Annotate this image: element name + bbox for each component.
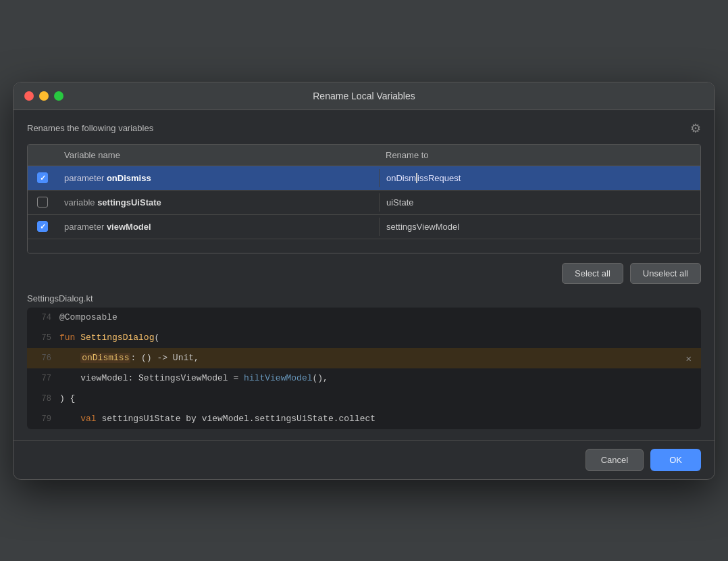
var-name-cell-1: parameter onDismiss [57,169,379,187]
var-type-2: variable [64,197,97,208]
rename-value-2: uiState [386,197,413,208]
var-name-2: settingsUiState [97,197,161,208]
checkbox-1[interactable] [37,172,48,183]
code-content-75: fun SettingsDialog( [59,331,701,345]
dialog-footer: Cancel OK [14,440,714,479]
col-renameto-header: Rename to [379,145,700,166]
filename-label: SettingsDialog.kt [27,293,701,303]
code-content-74: @Composable [59,310,701,324]
line-num-74: 74 [27,313,59,322]
window-controls [24,91,63,101]
subtitle-row: Renames the following variables ⚙ [27,121,701,136]
line-num-79: 79 [27,414,59,424]
code-line-78: 78 ) { [27,389,701,409]
variables-table: Variable name Rename to parameter onDism… [27,144,701,253]
table-row: parameter onDismiss onDismissRequest [28,166,700,191]
close-icon[interactable]: ✕ [686,352,692,364]
col-varname-header: Variable name [57,145,379,166]
table-row: variable settingsUiState uiState [28,191,700,215]
table-header: Variable name Rename to [28,145,700,166]
table-row: parameter viewModel settingsViewModel [28,215,700,239]
line-num-77: 77 [27,374,59,383]
checkbox-cell-3[interactable] [28,217,57,236]
rename-to-cell-3: settingsViewModel [379,218,700,236]
rename-value-3: settingsViewModel [386,222,459,232]
code-block: 74 @Composable 75 fun SettingsDialog( 76… [27,308,701,429]
close-button[interactable] [24,91,34,101]
checkbox-3[interactable] [37,221,48,232]
unselect-all-button[interactable]: Unselect all [630,263,701,284]
cursor: m [409,173,417,183]
code-line-77: 77 viewModel: SettingsViewModel = hiltVi… [27,368,701,389]
code-line-75: 75 fun SettingsDialog( [27,328,701,348]
line-num-78: 78 [27,394,59,404]
line-num-75: 75 [27,333,59,343]
empty-row [28,239,700,253]
checkbox-cell-1[interactable] [28,168,57,187]
var-name-1: onDismiss [107,173,151,183]
subtitle-text: Renames the following variables [27,123,153,133]
code-line-74: 74 @Composable [27,308,701,328]
var-type-1: parameter [64,173,107,183]
code-line-79: 79 val settingsUiState by viewModel.sett… [27,409,701,429]
code-content-79: val settingsUiState by viewModel.setting… [59,412,701,426]
dialog-body: Renames the following variables ⚙ Variab… [14,110,714,440]
rename-to-cell-1: onDismissRequest [379,169,700,187]
minimize-button[interactable] [39,91,49,101]
title-bar: Rename Local Variables [14,82,714,110]
var-name-3: viewModel [107,222,151,232]
var-name-cell-3: parameter viewModel [57,218,379,236]
rename-value-1b: issRequest [417,173,461,183]
col-checkbox-header [28,145,57,166]
rename-to-cell-2: uiState [379,193,700,212]
var-type-3: parameter [64,222,107,232]
select-all-button[interactable]: Select all [562,263,623,284]
code-line-76: 76 onDismiss: () -> Unit, ✕ [27,348,701,368]
var-name-cell-2: variable settingsUiState [57,193,379,212]
code-content-76: onDismiss: () -> Unit, [59,351,701,365]
rename-dialog: Rename Local Variables Renames the follo… [13,82,715,480]
ok-button[interactable]: OK [650,449,701,471]
code-content-78: ) { [59,391,701,406]
settings-icon[interactable]: ⚙ [690,121,701,136]
line-num-76: 76 [27,353,59,363]
cancel-button[interactable]: Cancel [586,449,644,471]
select-buttons-row: Select all Unselect all [27,263,701,284]
checkbox-2[interactable] [37,197,48,208]
checkbox-cell-2[interactable] [28,193,57,212]
dialog-title: Rename Local Variables [313,91,415,101]
code-content-77: viewModel: SettingsViewModel = hiltViewM… [59,371,701,385]
rename-value-1: onDis [386,173,409,183]
maximize-button[interactable] [54,91,63,101]
